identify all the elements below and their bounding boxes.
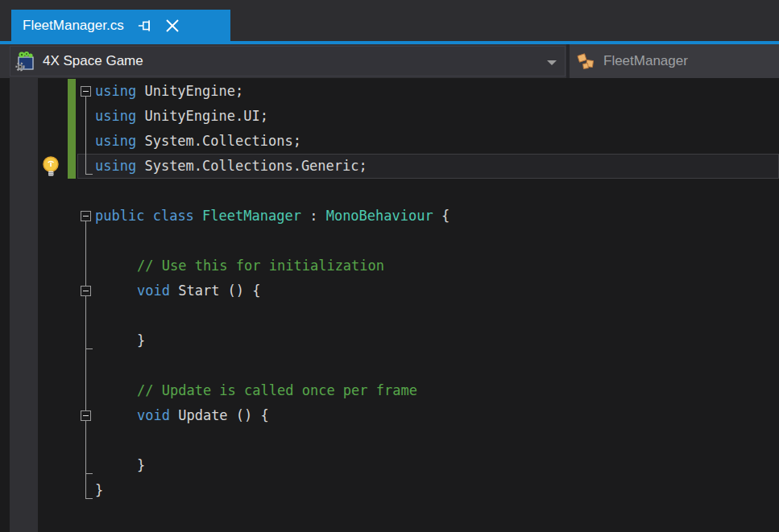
fold-toggle-icon[interactable] xyxy=(81,211,91,221)
fold-guide-line xyxy=(85,353,86,378)
close-icon[interactable] xyxy=(163,16,182,35)
code-token: using xyxy=(95,83,136,99)
tab-fleetmanager[interactable]: FleetManager.cs xyxy=(11,10,230,41)
code-token: FleetManager xyxy=(202,208,301,224)
project-dropdown[interactable]: 4X Space Game xyxy=(10,46,566,76)
code-line-14[interactable]: void Update () { xyxy=(0,403,779,428)
code-token: Start () { xyxy=(170,282,261,299)
minus-glyph xyxy=(83,415,89,416)
code-token: { xyxy=(433,208,450,224)
code-token: public xyxy=(95,208,144,224)
code-editor[interactable]: using UnityEngine;using UnityEngine.UI;u… xyxy=(0,78,779,532)
code-line-13[interactable]: // Update is called once per frame xyxy=(0,378,779,403)
fold-toggle-icon[interactable] xyxy=(81,86,91,97)
chevron-down-icon xyxy=(547,60,557,65)
code-token xyxy=(144,208,152,224)
pin-icon[interactable] xyxy=(137,17,155,35)
code-line-8[interactable]: // Use this for initialization xyxy=(0,254,779,278)
code-lines: using UnityEngine;using UnityEngine.UI;u… xyxy=(0,79,779,503)
fold-toggle-icon[interactable] xyxy=(81,410,91,421)
code-line-12[interactable] xyxy=(0,353,779,378)
type-dropdown-label: FleetManager xyxy=(603,53,688,69)
code-line-16[interactable]: } xyxy=(0,453,779,478)
code-token: UnityEngine; xyxy=(136,83,243,99)
code-token: using xyxy=(95,108,136,124)
code-token xyxy=(194,208,202,224)
project-dropdown-label: 4X Space Game xyxy=(43,53,143,69)
fold-guide-line xyxy=(85,478,86,499)
fold-guide-line xyxy=(85,303,86,328)
code-token: void xyxy=(137,282,170,299)
code-line-1[interactable]: using UnityEngine; xyxy=(0,79,779,104)
code-line-7[interactable] xyxy=(0,229,779,254)
fold-region-end-tick xyxy=(85,498,93,499)
code-line-4[interactable]: using System.Collections.Generic; xyxy=(0,154,779,179)
navigation-bar: 4X Space Game FleetManager xyxy=(0,44,779,78)
fold-guide-line xyxy=(85,328,86,353)
fold-guide-line xyxy=(85,221,86,229)
fold-guide-line xyxy=(85,453,86,478)
fold-guide-line xyxy=(85,97,86,104)
code-line-11[interactable]: } xyxy=(0,328,779,353)
code-line-3[interactable]: using System.Collections; xyxy=(0,129,779,154)
code-editor-window: FleetManager.cs xyxy=(0,0,779,532)
code-token: } xyxy=(137,332,145,348)
code-line-15[interactable] xyxy=(0,428,779,453)
code-token: using xyxy=(95,133,136,149)
fold-guide-line xyxy=(85,378,86,403)
minus-glyph xyxy=(83,91,89,92)
fold-guide-line xyxy=(85,254,86,278)
fold-region-end-tick xyxy=(85,473,93,474)
fold-guide-line xyxy=(85,428,86,453)
code-line-10[interactable] xyxy=(0,303,779,328)
minus-glyph xyxy=(83,216,89,217)
code-line-5[interactable] xyxy=(0,179,779,204)
fold-region-end-tick xyxy=(85,174,93,175)
code-token: System.Collections; xyxy=(136,133,301,149)
code-token: MonoBehaviour xyxy=(326,208,433,224)
code-token: class xyxy=(153,208,194,224)
fold-guide-line xyxy=(85,229,86,254)
code-token: // Use this for initialization xyxy=(137,258,384,274)
code-token: using xyxy=(95,158,136,174)
type-dropdown[interactable]: FleetManager xyxy=(570,44,779,78)
fold-toggle-icon[interactable] xyxy=(81,286,91,296)
fold-region-end-tick xyxy=(85,348,93,349)
class-icon xyxy=(576,51,598,72)
fold-guide-line xyxy=(85,154,86,175)
code-token: } xyxy=(95,482,103,498)
code-token: } xyxy=(137,457,145,473)
fold-guide-line xyxy=(85,104,86,129)
code-token: Update () { xyxy=(170,407,269,423)
code-token: System.Collections.Generic; xyxy=(136,158,367,174)
code-line-17[interactable]: } xyxy=(0,478,779,503)
code-line-6[interactable]: public class FleetManager : MonoBehaviou… xyxy=(0,204,779,229)
document-tab-bar: FleetManager.cs xyxy=(0,0,779,41)
code-token: UnityEngine.UI; xyxy=(136,108,268,124)
code-line-2[interactable]: using UnityEngine.UI; xyxy=(0,104,779,129)
code-line-9[interactable]: void Start () { xyxy=(0,278,779,303)
csharp-project-icon xyxy=(15,51,37,72)
tab-title: FleetManager.cs xyxy=(11,18,124,34)
code-token: // Update is called once per frame xyxy=(137,382,417,398)
code-token: void xyxy=(137,407,170,423)
fold-guide-line xyxy=(85,129,86,154)
code-token: : xyxy=(301,208,326,224)
minus-glyph xyxy=(83,291,89,291)
lightbulb-icon[interactable] xyxy=(40,155,63,178)
